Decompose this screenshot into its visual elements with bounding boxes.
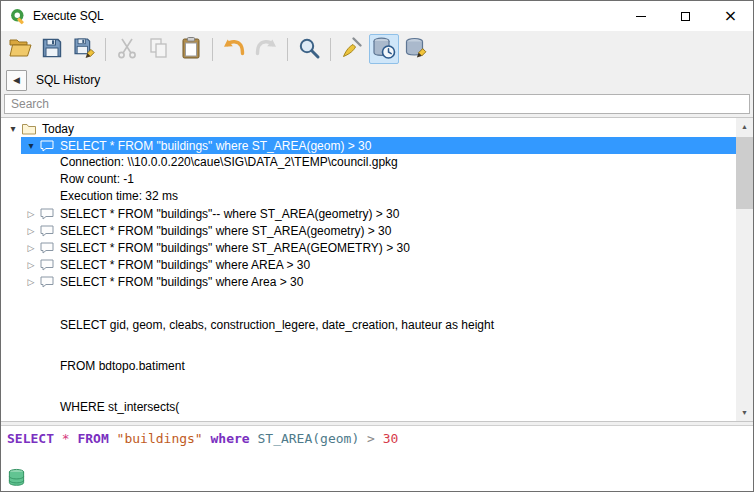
sql-token: >	[367, 431, 375, 446]
toolbar-separator	[212, 38, 213, 61]
vertical-scrollbar[interactable]: ▲ ▼	[736, 118, 753, 421]
save-as-icon	[72, 36, 96, 63]
query-bubble-icon	[39, 257, 55, 273]
sql-code-line[interactable]: SELECT * FROM "buildings" where ST_AREA(…	[1, 426, 753, 451]
folder-label: Today	[42, 122, 74, 136]
query-bubble-icon	[39, 138, 55, 154]
minimize-icon	[636, 16, 646, 17]
sql-token	[359, 431, 367, 446]
sql-token	[109, 431, 117, 446]
expander-collapsed-icon[interactable]: ▷	[23, 243, 39, 253]
database-clock-icon	[372, 36, 396, 63]
sql-token: (geom)	[312, 431, 359, 446]
copy-icon	[147, 36, 171, 63]
sql-token: where	[211, 431, 250, 446]
sql-token: *	[62, 431, 70, 446]
clear-button[interactable]	[337, 34, 367, 64]
execute-sql-window: Execute SQL × ◀ SQL History	[0, 0, 754, 492]
search-row	[1, 93, 753, 117]
scissors-icon	[115, 36, 139, 63]
clipboard-icon	[179, 36, 203, 63]
query-bubble-icon	[39, 240, 55, 256]
sql-token	[54, 431, 62, 446]
history-item-detail[interactable]: Execution time: 32 ms	[1, 188, 736, 205]
history-item[interactable]: ▷ SELECT * FROM "buildings" where ST_ARE…	[1, 222, 736, 239]
history-item-label: SELECT * FROM "buildings" where ST_AREA(…	[60, 139, 371, 153]
toolbar-separator	[287, 38, 288, 61]
query-bubble-icon	[39, 274, 55, 290]
history-item-detail[interactable]: Connection: \\10.0.0.220\caue\SIG\DATA_2…	[1, 154, 736, 171]
magnifier-icon	[297, 36, 321, 63]
qgis-app-icon	[9, 7, 27, 25]
history-item-selected[interactable]: ▾ SELECT * FROM "buildings" where ST_ARE…	[21, 137, 736, 154]
close-icon: ×	[724, 8, 737, 24]
history-item[interactable]: ▷ SELECT * FROM "buildings" where Area >…	[1, 273, 736, 290]
expander-expanded-icon[interactable]: ▾	[5, 123, 21, 134]
history-item[interactable]: ▾ SELECT gid, geom, cleabs, construction…	[1, 290, 736, 421]
scroll-down-button[interactable]: ▼	[736, 404, 753, 421]
panel-header: ◀ SQL History	[1, 67, 753, 93]
window-controls: ×	[618, 1, 753, 31]
undo-arrow-icon	[222, 36, 246, 63]
sql-token: SELECT	[7, 431, 54, 446]
scrollbar-thumb[interactable]	[736, 137, 753, 209]
toolbar-separator	[330, 38, 331, 61]
history-item-label: SELECT * FROM "buildings" where ST_AREA(…	[60, 224, 391, 238]
undo-button[interactable]	[219, 34, 249, 64]
title-bar[interactable]: Execute SQL ×	[1, 1, 753, 31]
history-item-label: SELECT * FROM "buildings" where ST_AREA(…	[60, 241, 410, 255]
maximize-icon	[681, 12, 690, 21]
expander-expanded-icon[interactable]: ▾	[23, 140, 39, 151]
sql-token: "buildings"	[117, 431, 203, 446]
history-item-label: SELECT * FROM "buildings" where Area > 3…	[60, 275, 303, 289]
paste-button[interactable]	[176, 34, 206, 64]
toolbar	[1, 31, 753, 67]
history-item-detail[interactable]: Row count: -1	[1, 171, 736, 188]
save-button[interactable]	[37, 34, 67, 64]
toolbar-separator	[105, 38, 106, 61]
sql-editor[interactable]: SELECT * FROM "buildings" where ST_AREA(…	[1, 425, 753, 491]
copy-button	[144, 34, 174, 64]
sql-token	[375, 431, 383, 446]
query-bubble-icon	[39, 206, 55, 222]
history-item-label: SELECT * FROM "buildings" where AREA > 3…	[60, 258, 310, 272]
sql-token	[203, 431, 211, 446]
history-item-label: SELECT gid, geom, cleabs, construction_l…	[60, 291, 494, 421]
history-item[interactable]: ▷ SELECT * FROM "buildings"-- where ST_A…	[1, 205, 736, 222]
tree-folder-today[interactable]: ▾ Today	[1, 120, 736, 137]
sql-token: 30	[383, 431, 399, 446]
search-input[interactable]	[4, 94, 750, 114]
open-file-button[interactable]	[5, 34, 35, 64]
execute-query-button[interactable]	[401, 34, 431, 64]
history-item[interactable]: ▷ SELECT * FROM "buildings" where AREA >…	[1, 256, 736, 273]
history-item[interactable]: ▷ SELECT * FROM "buildings" where ST_ARE…	[1, 239, 736, 256]
broom-icon	[340, 36, 364, 63]
save-icon	[40, 36, 64, 63]
minimize-button[interactable]	[618, 1, 663, 31]
expander-collapsed-icon[interactable]: ▷	[23, 226, 39, 236]
redo-button	[251, 34, 281, 64]
redo-arrow-icon	[254, 36, 278, 63]
database-edit-icon	[404, 36, 428, 63]
expander-collapsed-icon[interactable]: ▷	[23, 209, 39, 219]
history-item-label: SELECT * FROM "buildings"-- where ST_ARE…	[60, 207, 399, 221]
sql-history-button[interactable]	[369, 34, 399, 64]
save-as-button[interactable]	[69, 34, 99, 64]
window-title: Execute SQL	[33, 9, 104, 23]
query-bubble-icon	[39, 223, 55, 239]
close-button[interactable]: ×	[708, 1, 753, 31]
expander-collapsed-icon[interactable]: ▷	[23, 277, 39, 287]
scroll-up-button[interactable]: ▲	[736, 118, 753, 135]
back-button[interactable]: ◀	[6, 70, 27, 91]
database-icon	[7, 468, 26, 487]
find-button[interactable]	[294, 34, 324, 64]
cut-button	[112, 34, 142, 64]
sql-token: FROM	[77, 431, 108, 446]
scrollbar-track[interactable]	[736, 135, 753, 404]
sql-token: ST_AREA	[257, 431, 312, 446]
history-tree-area: ▾ Today ▾ SELECT * FROM "buildings" wher…	[1, 117, 753, 422]
panel-title: SQL History	[36, 73, 100, 87]
expander-collapsed-icon[interactable]: ▷	[23, 260, 39, 270]
maximize-button[interactable]	[663, 1, 708, 31]
sql-history-tree[interactable]: ▾ Today ▾ SELECT * FROM "buildings" wher…	[1, 118, 736, 421]
